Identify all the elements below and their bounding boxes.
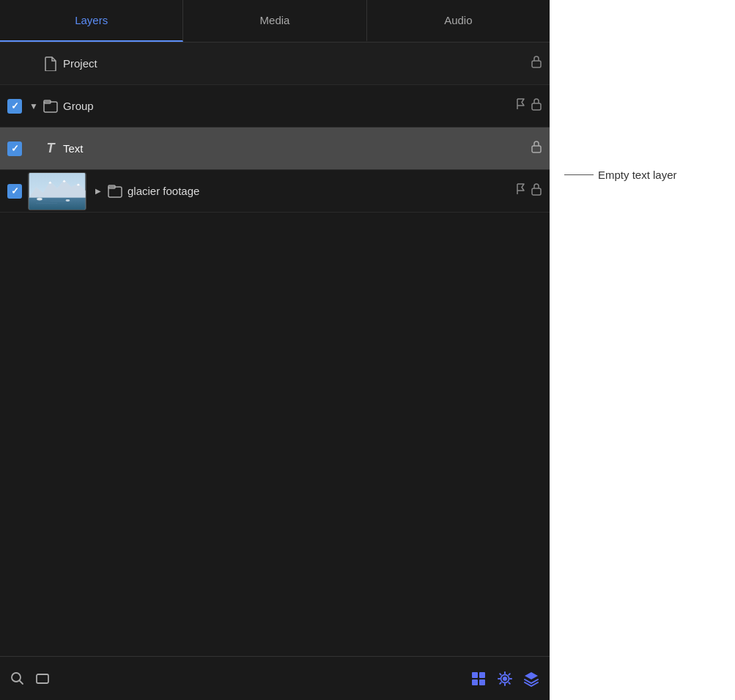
- flag-icon-glacier: [516, 183, 526, 199]
- callout-label: Empty text layer: [598, 169, 677, 181]
- row-right-icons-glacier: [516, 183, 542, 199]
- layer-list: Project ▼ Group: [0, 43, 550, 656]
- glacier-thumbnail: [28, 172, 86, 210]
- flag-icon-group: [516, 98, 526, 114]
- layers-stack-icon[interactable]: [523, 671, 539, 687]
- svg-rect-22: [472, 672, 478, 678]
- svg-point-15: [37, 197, 43, 200]
- svg-rect-19: [532, 188, 541, 195]
- svg-rect-0: [532, 61, 541, 67]
- row-right-icons-text: [531, 140, 542, 157]
- layer-name-group: Group: [63, 100, 516, 112]
- row-right-icons-project: [531, 55, 542, 72]
- document-icon: [43, 56, 59, 72]
- callout-horizontal-line: [564, 174, 594, 175]
- checkbox-glacier[interactable]: [7, 184, 22, 199]
- layer-row-text[interactable]: T Text: [0, 128, 550, 170]
- callout-line: [564, 174, 594, 175]
- layers-panel: Layers Media Audio Project: [0, 0, 550, 700]
- svg-point-26: [503, 677, 507, 681]
- layer-name-glacier: glacier footage: [128, 185, 516, 197]
- search-icon[interactable]: [10, 671, 25, 686]
- gear-icon[interactable]: [497, 671, 513, 687]
- expand-arrow-glacier[interactable]: ▶: [92, 185, 104, 197]
- lock-icon-text: [531, 140, 542, 157]
- annotation-area: Empty text layer: [550, 0, 735, 700]
- lock-icon-group: [531, 97, 542, 114]
- text-layer-icon: T: [43, 141, 59, 157]
- tab-bar: Layers Media Audio: [0, 0, 550, 43]
- checkbox-text[interactable]: [7, 141, 22, 156]
- grid-icon[interactable]: [470, 671, 487, 687]
- bottom-toolbar: [0, 656, 550, 700]
- toolbar-left: [10, 671, 50, 686]
- svg-rect-25: [479, 679, 485, 685]
- svg-point-20: [12, 673, 21, 682]
- svg-rect-24: [472, 679, 478, 685]
- layer-name-project: Project: [63, 57, 531, 70]
- layer-row-group[interactable]: ▼ Group: [0, 85, 550, 128]
- rectangle-icon[interactable]: [35, 671, 50, 686]
- layer-name-text: Text: [63, 142, 531, 155]
- lock-icon-glacier: [531, 183, 542, 199]
- callout: Empty text layer: [564, 169, 677, 181]
- layer-row-project[interactable]: Project: [0, 43, 550, 85]
- group-icon: [43, 98, 59, 114]
- tab-layers[interactable]: Layers: [0, 0, 183, 42]
- layer-row-glacier-footage[interactable]: ▶ glacier footage: [0, 170, 550, 213]
- toolbar-right: [470, 671, 539, 687]
- tab-media[interactable]: Media: [183, 0, 366, 42]
- expand-arrow-group[interactable]: ▼: [28, 100, 40, 112]
- svg-point-16: [66, 199, 70, 202]
- svg-rect-21: [37, 674, 48, 683]
- lock-icon: [531, 55, 542, 72]
- svg-rect-23: [479, 672, 485, 678]
- svg-rect-3: [532, 103, 541, 110]
- video-group-icon: [107, 183, 123, 199]
- tab-audio[interactable]: Audio: [367, 0, 550, 42]
- svg-rect-4: [532, 146, 541, 152]
- row-right-icons-group: [516, 97, 542, 114]
- checkbox-group[interactable]: [7, 99, 22, 114]
